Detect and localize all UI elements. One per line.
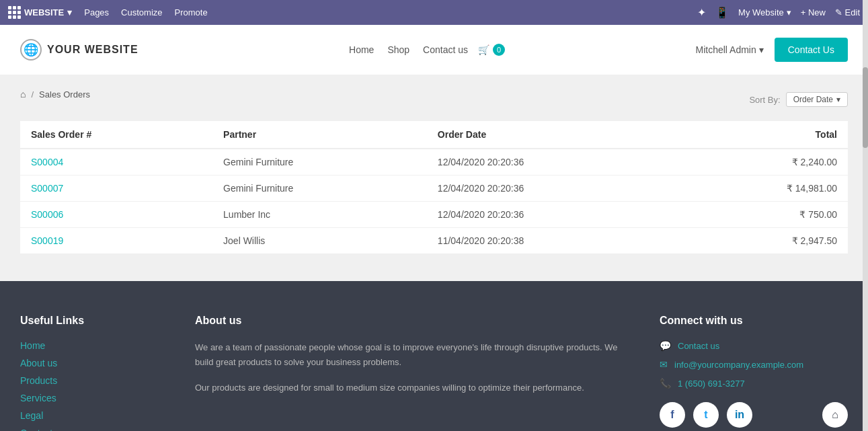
scrollbar[interactable] [863,0,868,431]
useful-link-item[interactable]: About us [20,358,168,368]
facebook-icon[interactable]: f [660,402,685,428]
scrollbar-thumb[interactable] [863,67,868,148]
website-nav: 🌐 YOUR WEBSITE Home Shop Contact us 🛒 0 … [0,25,868,75]
table-row: S00004 Gemini Furniture 12/04/2020 20:20… [20,149,848,175]
promote-link[interactable]: Promote [175,7,208,17]
nav-center: Home Shop Contact us 🛒 0 [329,44,505,56]
my-website-dropdown-icon: ▾ [787,7,791,17]
order-cell: S00019 [20,228,212,254]
edit-button[interactable]: ✎ Edit [835,7,860,17]
breadcrumb-current: Sales Orders [39,89,90,100]
useful-link-item[interactable]: Legal [20,410,168,421]
breadcrumb-row: ⌂ / Sales Orders Sort By: Order Date ▾ [20,89,848,110]
date-cell: 12/04/2020 20:20:36 [427,149,679,175]
total-cell: ₹ 14,981.00 [679,175,848,202]
connect-email: ✉ info@yourcompany.example.com [660,359,848,370]
nav-right: Mitchell Admin ▾ Contact Us [695,38,848,62]
contact-us-button[interactable]: Contact Us [775,38,848,62]
chat-icon: 💬 [660,340,671,351]
admin-bar: WEBSITE ▾ Pages Customize Promote ✦ 📱 My… [0,0,868,25]
useful-link-item[interactable]: Contact us [20,428,168,431]
grid-icon [8,6,21,19]
user-menu[interactable]: Mitchell Admin ▾ [695,44,763,55]
order-link[interactable]: S00007 [31,183,63,194]
my-website-menu[interactable]: My Website ▾ [738,7,791,17]
user-menu-label: Mitchell Admin [695,44,756,55]
footer: Useful Links HomeAbout usProductsService… [0,281,868,431]
useful-links: Useful Links HomeAbout usProductsService… [20,315,168,431]
table-row: S00007 Gemini Furniture 12/04/2020 20:20… [20,175,848,202]
site-name: YOUR WEBSITE [47,44,139,56]
admin-bar-left: WEBSITE ▾ Pages Customize Promote [8,6,208,19]
website-brand[interactable]: WEBSITE ▾ [8,6,72,19]
useful-link-item[interactable]: Products [20,375,168,386]
date-cell: 11/04/2020 20:20:38 [427,228,679,254]
sort-button[interactable]: Order Date ▾ [786,92,848,107]
useful-links-heading: Useful Links [20,315,168,327]
logo-area: 🌐 YOUR WEBSITE [20,39,139,61]
sort-arrow: ▾ [836,95,840,104]
admin-bar-right: ✦ 📱 My Website ▾ + New ✎ Edit [697,6,860,19]
col-date: Order Date [427,121,679,149]
partner-cell: Joel Willis [212,228,427,254]
table-row: S00006 Lumber Inc 12/04/2020 20:20:36 ₹ … [20,202,848,228]
new-label: + New [801,7,826,17]
brand-label: WEBSITE [24,7,64,17]
order-link[interactable]: S00019 [31,235,63,246]
order-link[interactable]: S00004 [31,157,63,167]
order-link[interactable]: S00006 [31,209,63,220]
sort-value: Order Date [793,95,833,104]
order-cell: S00006 [20,202,212,228]
connect-contact: 💬 Contact us [660,340,848,351]
cart-badge: 0 [493,44,505,56]
table-row: S00019 Joel Willis 11/04/2020 20:20:38 ₹… [20,228,848,254]
globe-icon: 🌐 [20,39,42,61]
nav-shop[interactable]: Shop [387,44,409,55]
linkedin-icon[interactable]: in [727,402,752,428]
col-order: Sales Order # [20,121,212,149]
mobile-icon[interactable]: 📱 [715,6,729,19]
connect-section: Connect with us 💬 Contact us ✉ info@your… [660,315,848,431]
order-cell: S00004 [20,149,212,175]
email-icon: ✉ [660,359,668,370]
orders-table: Sales Order # Partner Order Date Total S… [20,121,848,254]
total-cell: ₹ 2,240.00 [679,149,848,175]
home-social-icon[interactable]: ⌂ [822,402,848,428]
col-partner: Partner [212,121,427,149]
useful-link-item[interactable]: Services [20,393,168,403]
cart-icon: 🛒 [478,44,489,55]
connect-phone: 📞 1 (650) 691-3277 [660,378,848,389]
plugin-icon[interactable]: ✦ [697,6,706,19]
twitter-icon[interactable]: t [693,402,719,428]
about-us: About us We are a team of passionate peo… [195,315,633,431]
connect-phone-link[interactable]: 1 (650) 691-3277 [678,379,745,389]
nav-home[interactable]: Home [349,44,374,55]
useful-link-item[interactable]: Home [20,340,168,351]
brand-dropdown-icon: ▾ [67,7,72,17]
partner-cell: Gemini Furniture [212,149,427,175]
col-total: Total [679,121,848,149]
about-us-heading: About us [195,315,633,327]
pages-link[interactable]: Pages [84,7,109,17]
connect-contact-link[interactable]: Contact us [678,341,719,351]
customize-link[interactable]: Customize [121,7,162,17]
breadcrumb: ⌂ / Sales Orders [20,89,90,100]
useful-links-list: HomeAbout usProductsServicesLegalContact… [20,340,168,431]
date-cell: 12/04/2020 20:20:36 [427,202,679,228]
about-us-text: We are a team of passionate people whose… [195,340,633,395]
connect-links: 💬 Contact us ✉ info@yourcompany.example.… [660,340,848,389]
breadcrumb-home-icon[interactable]: ⌂ [20,89,26,100]
user-menu-dropdown: ▾ [759,44,764,55]
total-cell: ₹ 2,947.50 [679,228,848,254]
partner-cell: Gemini Furniture [212,175,427,202]
connect-email-link[interactable]: info@yourcompany.example.com [674,360,803,370]
nav-contact[interactable]: Contact us [423,44,468,55]
partner-cell: Lumber Inc [212,202,427,228]
cart-area[interactable]: 🛒 0 [478,44,505,56]
order-cell: S00007 [20,175,212,202]
edit-label: ✎ Edit [835,7,860,17]
phone-icon: 📞 [660,378,671,389]
nav-links: Home Shop Contact us [349,44,468,55]
main-content: ⌂ / Sales Orders Sort By: Order Date ▾ S… [0,75,868,281]
new-button[interactable]: + New [801,7,826,17]
